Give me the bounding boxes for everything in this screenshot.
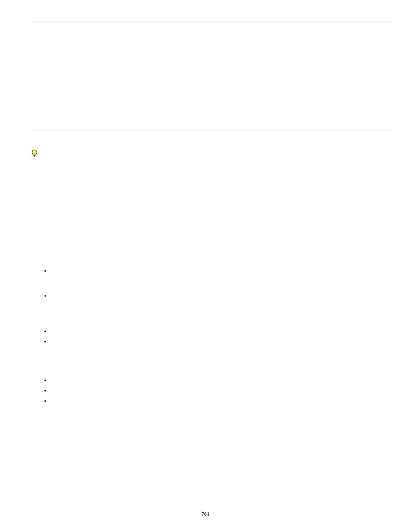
list-item xyxy=(43,292,391,301)
page: 761 xyxy=(0,0,411,532)
page-number: 761 xyxy=(0,511,411,517)
svg-rect-1 xyxy=(34,156,35,156)
list-item xyxy=(43,338,391,346)
lightbulb-icon xyxy=(31,149,37,157)
svg-rect-2 xyxy=(34,157,35,157)
svg-rect-0 xyxy=(34,155,36,156)
list-item xyxy=(43,327,391,336)
list-item xyxy=(43,387,391,395)
bullet-list-2 xyxy=(43,376,391,408)
list-item xyxy=(43,376,391,385)
horizontal-rule-mid xyxy=(31,130,391,131)
list-item xyxy=(43,267,391,276)
list-item xyxy=(43,397,391,406)
bullet-list-1 xyxy=(43,267,391,346)
horizontal-rule-top xyxy=(31,21,391,22)
